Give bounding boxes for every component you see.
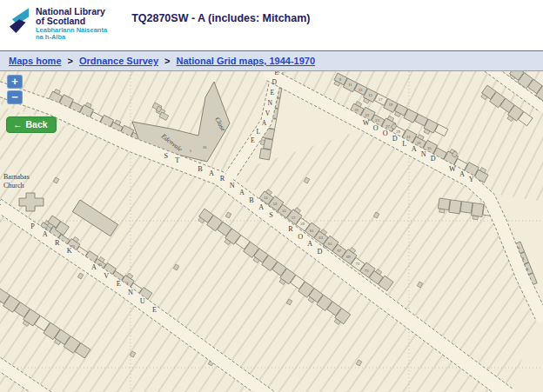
zoom-out-button[interactable]: − bbox=[7, 90, 23, 104]
svg-text:L: L bbox=[257, 128, 261, 136]
svg-text:U: U bbox=[140, 297, 145, 305]
svg-text:A: A bbox=[209, 169, 214, 177]
svg-text:B: B bbox=[249, 196, 254, 204]
breadcrumb: Maps home > Ordnance Survey > National G… bbox=[0, 50, 543, 71]
header: National Library of Scotland Leabharlann… bbox=[0, 0, 543, 50]
map-viewport: 9111315171921232527293133355153555759616… bbox=[0, 71, 543, 392]
svg-text:75: 75 bbox=[365, 269, 369, 273]
svg-text:A: A bbox=[307, 240, 312, 248]
svg-text:55: 55 bbox=[282, 209, 286, 213]
svg-text:Barnabas: Barnabas bbox=[3, 173, 30, 181]
svg-text:E: E bbox=[270, 89, 274, 96]
svg-text:V: V bbox=[104, 272, 109, 280]
map-canvas[interactable]: 9111315171921232527293133355153555759616… bbox=[0, 71, 543, 392]
svg-text:O: O bbox=[373, 124, 379, 132]
svg-text:D: D bbox=[431, 155, 436, 163]
breadcrumb-separator: > bbox=[164, 56, 170, 66]
svg-text:73: 73 bbox=[355, 262, 359, 266]
svg-text:A: A bbox=[258, 203, 264, 211]
svg-text:Y: Y bbox=[469, 176, 474, 183]
breadcrumb-link-national-grid-maps[interactable]: National Grid maps, 1944-1970 bbox=[176, 56, 315, 66]
breadcrumb-link-ordnance-survey[interactable]: Ordnance Survey bbox=[79, 56, 158, 66]
back-label: Back bbox=[26, 119, 48, 130]
svg-text:29: 29 bbox=[396, 130, 400, 134]
logo-name-line2: of Scotland bbox=[36, 17, 107, 26]
svg-text:N: N bbox=[128, 289, 133, 296]
logo-gaelic-line2: na h-Alba bbox=[36, 34, 107, 42]
svg-text:16: 16 bbox=[203, 145, 207, 149]
svg-text:57: 57 bbox=[292, 216, 296, 220]
svg-text:A: A bbox=[412, 145, 417, 153]
svg-text:E: E bbox=[0, 199, 1, 207]
svg-text:D: D bbox=[272, 78, 278, 86]
svg-text:61: 61 bbox=[310, 229, 314, 233]
svg-text:E: E bbox=[117, 280, 121, 288]
svg-text:67: 67 bbox=[337, 249, 341, 253]
svg-text:L: L bbox=[402, 140, 406, 148]
nls-logo-text: National Library of Scotland Leabharlann… bbox=[36, 7, 107, 42]
svg-text:59: 59 bbox=[300, 222, 305, 226]
svg-text:Church: Church bbox=[3, 182, 24, 189]
zoom-controls: + − bbox=[7, 75, 23, 104]
zoom-in-button[interactable]: + bbox=[7, 75, 23, 89]
svg-text:15: 15 bbox=[368, 93, 372, 97]
svg-text:B: B bbox=[198, 165, 203, 173]
svg-text:A: A bbox=[91, 263, 97, 271]
svg-text:E: E bbox=[152, 306, 157, 314]
svg-text:A: A bbox=[262, 119, 267, 127]
svg-text:17: 17 bbox=[379, 97, 383, 102]
svg-text:A: A bbox=[239, 189, 245, 196]
page-title: TQ2870SW - A (includes: Mitcham) bbox=[131, 12, 310, 24]
svg-text:65: 65 bbox=[328, 242, 332, 246]
svg-text:69: 69 bbox=[346, 255, 351, 259]
nls-logo-icon bbox=[9, 7, 31, 35]
svg-text:R: R bbox=[55, 239, 60, 247]
svg-text:33: 33 bbox=[417, 141, 421, 145]
svg-text:O: O bbox=[383, 130, 388, 137]
svg-text:23: 23 bbox=[365, 113, 369, 117]
svg-text:11: 11 bbox=[348, 83, 352, 87]
svg-text:E: E bbox=[251, 136, 255, 144]
svg-text:21: 21 bbox=[354, 108, 359, 112]
svg-text:N: N bbox=[421, 150, 426, 158]
svg-text:19: 19 bbox=[388, 103, 392, 107]
svg-text:T: T bbox=[175, 156, 179, 164]
svg-text:A: A bbox=[43, 230, 48, 238]
svg-text:63: 63 bbox=[318, 236, 323, 240]
svg-text:R: R bbox=[288, 225, 293, 233]
svg-text:31: 31 bbox=[406, 135, 411, 139]
back-button[interactable]: ← Back bbox=[6, 116, 57, 133]
svg-text:N: N bbox=[230, 182, 235, 189]
svg-text:25: 25 bbox=[375, 118, 379, 123]
svg-text:S: S bbox=[269, 211, 273, 219]
svg-text:27: 27 bbox=[385, 124, 390, 129]
svg-text:13: 13 bbox=[359, 88, 363, 92]
svg-text:D: D bbox=[318, 248, 323, 256]
nls-logo[interactable]: National Library of Scotland Leabharlann… bbox=[9, 7, 107, 42]
svg-text:51: 51 bbox=[264, 196, 268, 200]
svg-text:V: V bbox=[265, 110, 271, 117]
svg-text:O: O bbox=[298, 233, 303, 241]
svg-text:E: E bbox=[275, 71, 279, 76]
svg-text:53: 53 bbox=[273, 202, 278, 206]
svg-text:35: 35 bbox=[427, 146, 432, 150]
svg-text:R: R bbox=[220, 175, 225, 183]
svg-text:A: A bbox=[459, 170, 465, 178]
breadcrumb-separator: > bbox=[68, 56, 73, 66]
svg-text:P: P bbox=[30, 223, 35, 230]
page: National Library of Scotland Leabharlann… bbox=[0, 0, 543, 392]
svg-text:W: W bbox=[363, 119, 370, 127]
svg-text:N: N bbox=[267, 99, 272, 107]
back-arrow-icon: ← bbox=[13, 119, 23, 130]
svg-text:S: S bbox=[164, 152, 168, 160]
svg-text:K: K bbox=[67, 247, 72, 255]
svg-text:W: W bbox=[449, 165, 456, 173]
svg-text:D: D bbox=[392, 135, 398, 143]
breadcrumb-link-maps-home[interactable]: Maps home bbox=[9, 56, 62, 66]
